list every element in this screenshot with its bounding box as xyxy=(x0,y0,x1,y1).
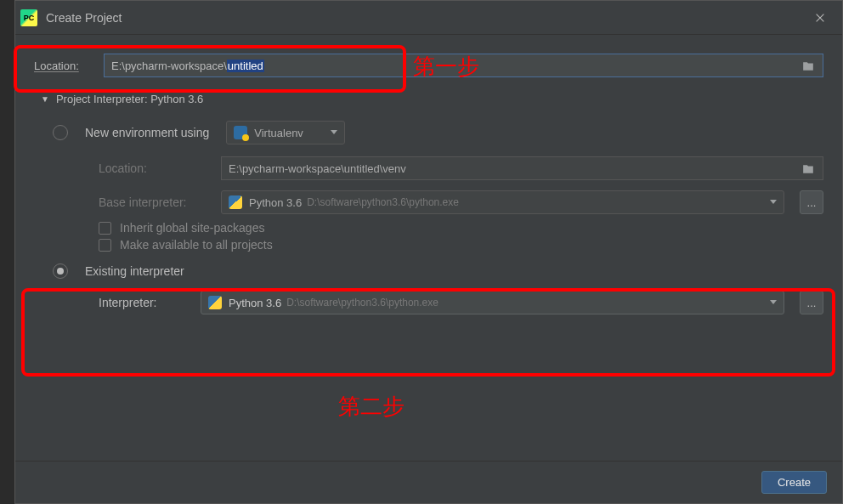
project-interpreter-label: Project Interpreter: Python 3.6 xyxy=(56,93,203,105)
existing-interpreter-radio[interactable] xyxy=(53,263,68,279)
chevron-down-icon xyxy=(770,200,777,204)
triangle-down-icon: ▼ xyxy=(41,94,49,104)
new-environment-radio[interactable] xyxy=(53,125,68,140)
environment-type-combo[interactable]: Virtualenv xyxy=(226,121,345,144)
annotation-label-step2: 第二步 xyxy=(338,392,405,422)
inherit-packages-label: Inherit global site-packages xyxy=(120,221,264,235)
browse-folder-icon[interactable] xyxy=(801,60,816,72)
existing-interpreter-label: Existing interpreter xyxy=(85,264,184,278)
base-interpreter-path: D:\software\python3.6\python.exe xyxy=(307,196,459,208)
virtualenv-icon xyxy=(234,126,247,139)
base-interpreter-name: Python 3.6 xyxy=(249,196,302,209)
browse-folder-icon[interactable] xyxy=(801,163,816,175)
python-icon xyxy=(208,296,222,309)
location-value-prefix: E:\pycharm-workspace\ xyxy=(111,59,227,72)
interpreter-label: Interpreter: xyxy=(99,296,192,309)
dialog-footer: Create xyxy=(15,461,842,503)
interpreter-browse-button[interactable]: ... xyxy=(800,291,823,314)
environment-type-value: Virtualenv xyxy=(254,127,303,139)
make-available-label: Make available to all projects xyxy=(120,238,273,252)
new-environment-label: New environment using xyxy=(85,126,209,139)
create-button[interactable]: Create xyxy=(761,471,827,494)
interpreter-combo[interactable]: Python 3.6 D:\software\python3.6\python.… xyxy=(201,291,784,314)
interpreter-name: Python 3.6 xyxy=(229,297,281,309)
base-interpreter-browse-button[interactable]: ... xyxy=(800,190,823,214)
env-location-label: Location: xyxy=(99,161,212,175)
chevron-down-icon xyxy=(770,300,777,304)
python-icon xyxy=(229,195,242,209)
create-project-dialog: PC Create Project Location: E:\pycharm-w… xyxy=(14,0,843,504)
close-icon xyxy=(814,12,826,24)
env-location-input[interactable]: E:\pycharm-workspace\untitled\venv xyxy=(221,156,823,180)
project-interpreter-disclosure[interactable]: ▼ Project Interpreter: Python 3.6 xyxy=(34,93,823,105)
inherit-packages-checkbox[interactable] xyxy=(99,222,111,235)
env-location-value: E:\pycharm-workspace\untitled\venv xyxy=(229,162,406,175)
make-available-checkbox[interactable] xyxy=(99,239,111,252)
title-bar: PC Create Project xyxy=(15,1,842,35)
base-interpreter-combo[interactable]: Python 3.6 D:\software\python3.6\python.… xyxy=(221,190,784,214)
pycharm-app-icon: PC xyxy=(20,9,37,26)
chevron-down-icon xyxy=(331,130,337,134)
base-interpreter-label: Base interpreter: xyxy=(99,195,212,209)
interpreter-path: D:\software\python3.6\python.exe xyxy=(286,297,438,309)
window-title: Create Project xyxy=(46,11,803,25)
location-input[interactable]: E:\pycharm-workspace\untitled xyxy=(104,54,823,77)
close-button[interactable] xyxy=(803,1,837,35)
location-label: Location: xyxy=(34,59,95,72)
location-value-selected: untitled xyxy=(227,59,264,72)
